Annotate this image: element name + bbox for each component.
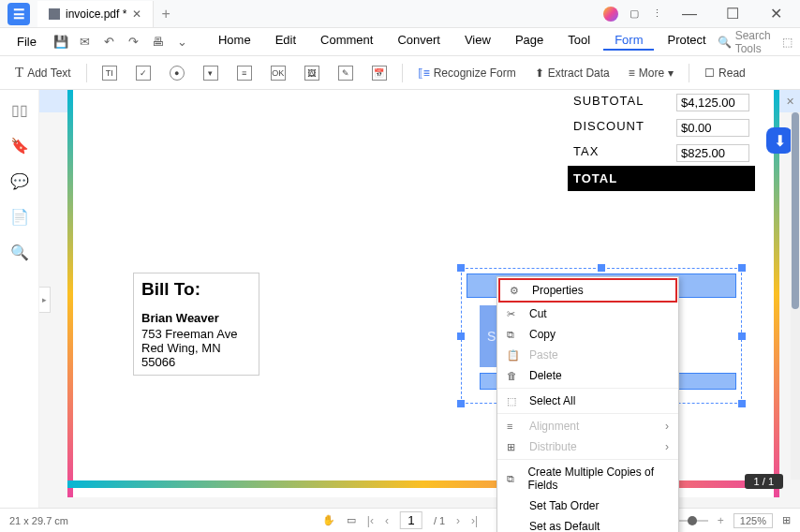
subtotal-label: SUBTOTAL <box>573 94 676 111</box>
last-page-button[interactable]: ›| <box>471 514 478 527</box>
titlebar: ☰ invoice.pdf * ✕ + ▢ ⋮ — ☐ ✕ <box>0 0 800 28</box>
date-tool[interactable]: 📅 <box>364 62 394 84</box>
total-value[interactable] <box>676 171 749 185</box>
radio-icon: ● <box>170 66 185 81</box>
resize-handle[interactable] <box>738 400 746 407</box>
recognize-form-button[interactable]: ⟦≡ Recognize Form <box>410 63 524 83</box>
menu-home[interactable]: Home <box>207 33 262 51</box>
sign-tool[interactable]: ✎ <box>331 62 361 84</box>
kebab-menu-icon[interactable]: ⋮ <box>650 7 663 21</box>
ctx-distribute: ⊞Distribute› <box>497 436 678 457</box>
ctx-set-tab-order[interactable]: Set Tab Order <box>497 495 678 516</box>
text-icon: T <box>15 65 23 81</box>
menu-edit[interactable]: Edit <box>264 33 307 51</box>
list-tool[interactable]: ≡ <box>230 62 259 84</box>
print-icon[interactable]: 🖶 <box>151 35 166 49</box>
ctx-paste: 📋Paste <box>497 345 678 365</box>
save-icon[interactable]: 💾 <box>53 35 68 49</box>
resize-handle[interactable] <box>598 264 605 272</box>
add-text-button[interactable]: T Add Text <box>7 61 79 84</box>
prev-page-button[interactable]: ‹ <box>385 514 389 527</box>
close-bar-icon[interactable]: ✕ <box>786 96 794 108</box>
resize-handle[interactable] <box>457 332 465 340</box>
menu-comment[interactable]: Comment <box>309 33 384 51</box>
page-total: / 1 <box>434 515 445 526</box>
close-tab-icon[interactable]: ✕ <box>132 7 141 21</box>
mail-icon[interactable]: ✉ <box>78 35 93 49</box>
ctx-set-default[interactable]: Set as Default <box>497 516 678 532</box>
more-button[interactable]: ≡ More ▾ <box>621 63 681 83</box>
menu-protect[interactable]: Protect <box>656 33 717 51</box>
read-toggle[interactable]: ☐ Read <box>697 63 753 83</box>
undo-icon[interactable]: ↶ <box>102 35 117 49</box>
ctx-properties[interactable]: ⚙Properties <box>498 278 677 303</box>
button-tool[interactable]: OK <box>263 62 293 84</box>
zoom-thumb[interactable] <box>688 516 697 525</box>
attachments-icon[interactable]: 📄 <box>11 208 28 225</box>
page-number-input[interactable] <box>400 511 422 529</box>
search-tools[interactable]: 🔍 Search Tools <box>718 29 771 55</box>
sidebar-expand-handle[interactable]: ▸ <box>39 287 51 313</box>
resize-handle[interactable] <box>738 332 746 340</box>
resize-handle[interactable] <box>457 400 465 407</box>
combo-icon: ▾ <box>203 66 218 81</box>
vertical-scrollbar[interactable] <box>791 112 800 480</box>
radio-tool[interactable]: ● <box>162 62 192 84</box>
subtotal-value[interactable]: $4,125.00 <box>676 94 749 111</box>
menu-chevron-icon[interactable]: ⌄ <box>175 35 190 49</box>
tax-value[interactable]: $825.00 <box>676 144 749 162</box>
minimize-button[interactable]: — <box>673 1 706 27</box>
list-icon: ≡ <box>237 66 252 81</box>
close-window-button[interactable]: ✕ <box>759 1 793 27</box>
menu-tool[interactable]: Tool <box>556 33 601 51</box>
zoom-in-button[interactable]: + <box>718 514 724 527</box>
combo-tool[interactable]: ▾ <box>196 62 226 84</box>
menu-page[interactable]: Page <box>504 33 555 51</box>
select-tool-icon[interactable]: ▭ <box>347 514 356 526</box>
checkbox-tool[interactable]: ✓ <box>128 62 158 84</box>
menu-view[interactable]: View <box>453 33 502 51</box>
download-fab[interactable]: ⬇ <box>766 127 793 154</box>
box-icon[interactable]: ▢ <box>628 7 641 21</box>
zoom-level[interactable]: 125% <box>733 513 773 528</box>
ctx-delete[interactable]: 🗑Delete <box>497 365 678 386</box>
search-icon: 🔍 <box>718 36 732 49</box>
discount-value[interactable]: $0.00 <box>676 119 749 137</box>
ctx-cut[interactable]: ✂Cut <box>497 303 678 324</box>
file-icon <box>49 8 60 20</box>
extract-data-button[interactable]: ⬆ Extract Data <box>527 63 617 83</box>
first-page-button[interactable]: |‹ <box>367 514 374 527</box>
extract-icon: ⬆ <box>535 66 544 80</box>
resize-handle[interactable] <box>738 264 746 272</box>
profile-icon[interactable] <box>603 7 618 22</box>
ctx-select-all[interactable]: ⬚Select All <box>497 391 678 411</box>
ctx-copy[interactable]: ⧉Copy <box>497 324 678 345</box>
menubar: File 💾 ✉ ↶ ↷ 🖶 ⌄ Home Edit Comment Conve… <box>0 28 800 56</box>
menu-convert[interactable]: Convert <box>386 33 452 51</box>
bookmarks-icon[interactable]: 🔖 <box>11 137 28 154</box>
image-tool[interactable]: 🖼 <box>297 62 327 84</box>
scroll-thumb[interactable] <box>792 112 799 309</box>
left-sidebar: ▯▯ 🔖 💬 📄 🔍 <box>0 90 39 508</box>
properties-icon: ⚙ <box>510 285 523 297</box>
menu-form[interactable]: Form <box>603 33 654 51</box>
fit-page-icon[interactable]: ⊞ <box>782 514 791 526</box>
maximize-button[interactable]: ☐ <box>716 1 749 27</box>
cut-icon: ✂ <box>507 308 520 320</box>
billto-addr1: 753 Freeman Ave <box>141 327 251 341</box>
add-tab-button[interactable]: + <box>154 6 177 22</box>
recognize-icon: ⟦≡ <box>418 66 430 80</box>
hand-tool-icon[interactable]: ✋ <box>322 514 335 526</box>
comments-icon[interactable]: 💬 <box>11 172 28 189</box>
document-tab[interactable]: invoice.pdf * ✕ <box>37 1 154 27</box>
redo-icon[interactable]: ↷ <box>126 35 141 49</box>
file-menu[interactable]: File <box>7 35 46 49</box>
thumbnails-icon[interactable]: ▯▯ <box>11 101 28 118</box>
text-field-tool[interactable]: TI <box>95 62 125 84</box>
ctx-create-copies[interactable]: ⧉Create Multiple Copies of Fields <box>497 462 678 495</box>
status-bar: 21 x 29.7 cm ✋ ▭ |‹ ‹ / 1 › ›| − + 125% … <box>0 508 800 532</box>
external-link-icon[interactable]: ⬚ <box>782 36 793 49</box>
next-page-button[interactable]: › <box>456 514 460 527</box>
search-panel-icon[interactable]: 🔍 <box>11 244 28 260</box>
resize-handle[interactable] <box>457 264 465 272</box>
